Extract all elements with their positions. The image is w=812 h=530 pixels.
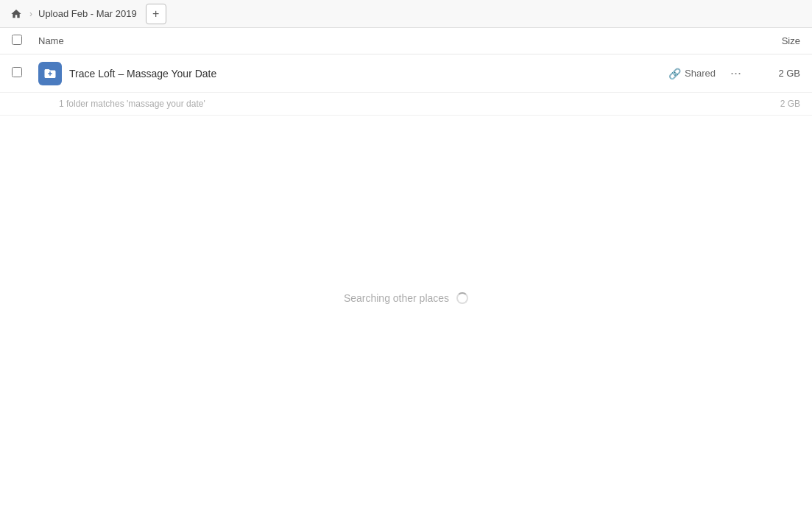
row-checkbox[interactable]: [12, 67, 22, 77]
add-icon: +: [152, 7, 159, 21]
row-checkbox-cell[interactable]: [12, 67, 29, 80]
link-icon: 🔗: [668, 68, 681, 80]
column-headers: Name Size: [0, 28, 812, 54]
name-column-header: Name: [38, 35, 741, 46]
shared-indicator: 🔗 Shared: [668, 68, 716, 80]
file-name-text: Trace Loft – Massage Your Date: [69, 68, 668, 80]
loading-spinner: [456, 292, 468, 304]
file-size-text: 2 GB: [756, 68, 800, 79]
size-column-header: Size: [741, 35, 800, 46]
folder-icon-wrap: [38, 62, 62, 85]
searching-section: Searching other places: [0, 292, 812, 304]
add-button[interactable]: +: [146, 4, 166, 24]
folder-link-icon: [43, 67, 57, 80]
match-info-text: 1 folder matches 'massage your date': [59, 99, 205, 109]
header-checkbox-cell[interactable]: [12, 35, 29, 47]
breadcrumb-text: Upload Feb - Mar 2019: [38, 8, 137, 19]
searching-text: Searching other places: [344, 292, 449, 304]
match-info-size: 2 GB: [780, 99, 800, 109]
match-info-row: 1 folder matches 'massage your date' 2 G…: [0, 93, 812, 116]
select-all-checkbox[interactable]: [12, 35, 22, 45]
more-options-button[interactable]: ···: [727, 63, 744, 84]
topbar: › Upload Feb - Mar 2019 +: [0, 0, 812, 28]
shared-label: Shared: [685, 68, 716, 79]
breadcrumb-separator: ›: [29, 9, 32, 19]
home-icon[interactable]: [9, 7, 24, 21]
file-row[interactable]: Trace Loft – Massage Your Date 🔗 Shared …: [0, 54, 812, 93]
